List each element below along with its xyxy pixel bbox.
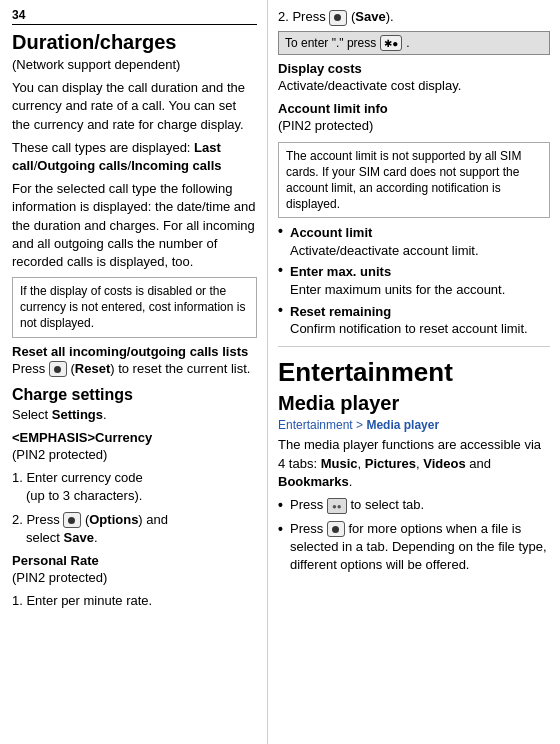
entertainment-heading: Entertainment	[278, 357, 550, 388]
bullet-dot-1: •	[278, 223, 290, 259]
dot-icon-4	[332, 526, 339, 533]
tab-icon[interactable]: ●●	[327, 498, 347, 514]
save-hint-end: .	[406, 36, 409, 50]
dot-icon-2	[68, 517, 75, 524]
charge-heading: Charge settings	[12, 386, 257, 404]
press-text-2: Press for more options when a file is se…	[290, 520, 550, 575]
page-number: 34	[12, 8, 257, 25]
reset-button[interactable]	[49, 361, 67, 377]
bullet-label-2: Enter max. units	[290, 264, 391, 279]
pin2-1: (PIN2 protected)	[12, 446, 257, 464]
press-line-1: • Press ●● to select tab.	[278, 496, 550, 516]
bookmarks-label: Bookmarks	[278, 474, 349, 489]
save-button-right[interactable]	[329, 10, 347, 26]
step1-sub: (up to 3 characters).	[12, 488, 142, 503]
settings-label: Settings	[52, 407, 103, 422]
bullet-dot-2: •	[278, 262, 290, 298]
step1: 1. Enter currency code(up to 3 character…	[12, 469, 257, 505]
press-bullet-2: •	[278, 520, 288, 540]
emphasis-heading: <EMPHASIS>Currency	[12, 430, 257, 445]
bullet-account-limit: • Account limit Activate/deactivate acco…	[278, 224, 550, 259]
save-label-right: Save	[355, 9, 385, 24]
press-line-2: • Press for more options when a file is …	[278, 520, 550, 575]
select-label: Select	[12, 407, 52, 422]
bullet-dot-3: •	[278, 302, 290, 338]
save-hint-text: To enter "." press	[285, 36, 376, 50]
press-bullet-1: •	[278, 496, 288, 516]
reset-label: Reset	[75, 361, 110, 376]
videos-label: Videos	[423, 456, 465, 471]
account-pin2: (PIN2 protected)	[278, 117, 550, 135]
save-hint-box: To enter "." press ✱●.	[278, 31, 550, 55]
para1: You can display the call duration and th…	[12, 79, 257, 134]
para2: These call types are displayed: Last cal…	[12, 139, 257, 175]
bullets-list: • Account limit Activate/deactivate acco…	[278, 224, 550, 337]
star-button[interactable]: ✱●	[380, 35, 402, 51]
step2-options: 2. Press (Options) and select Save.	[12, 511, 257, 547]
subtitle: (Network support dependent)	[12, 56, 257, 74]
account-note-box: The account limit is not supported by al…	[278, 142, 550, 219]
save-bold: Save	[64, 530, 94, 545]
pictures-label: Pictures	[365, 456, 416, 471]
bold-outgoing-calls: Outgoing calls	[37, 158, 127, 173]
bullet-text-2: Enter maximum units for the account.	[290, 282, 505, 297]
reset-heading: Reset all incoming/outgoing calls lists	[12, 344, 257, 359]
charge-select-line: Select Settings.	[12, 406, 257, 424]
step3: 1. Enter per minute rate.	[12, 592, 257, 610]
page: 34 Duration/charges (Network support dep…	[0, 0, 560, 744]
bullet-label-3: Reset remaining	[290, 304, 391, 319]
display-costs-heading: Display costs	[278, 61, 550, 76]
bullet-label-1: Account limit	[290, 225, 372, 240]
media-player-heading: Media player	[278, 392, 550, 415]
dot-icon	[54, 366, 61, 373]
options-button[interactable]	[63, 512, 81, 528]
media-text: The media player functions are accessibl…	[278, 436, 550, 491]
personal-rate-heading: Personal Rate	[12, 553, 257, 568]
nav-media-player: Media player	[366, 418, 439, 432]
step2-select-save: select Save.	[12, 530, 98, 545]
section-divider	[278, 346, 550, 347]
main-heading: Duration/charges	[12, 31, 257, 54]
bullet-reset-remaining: • Reset remaining Confirm notification t…	[278, 303, 550, 338]
bullet-enter-max-units: • Enter max. units Enter maximum units f…	[278, 263, 550, 298]
dot-icon-3	[334, 14, 341, 21]
options-button-2[interactable]	[327, 521, 345, 537]
press-label: Press	[12, 361, 49, 376]
bullet-text-1: Activate/deactivate account limit.	[290, 243, 479, 258]
nav-entertainment: Entertainment	[278, 418, 353, 432]
account-note-text: The account limit is not supported by al…	[286, 149, 521, 212]
note-box-text: If the display of costs is disabled or t…	[20, 284, 245, 330]
nav-path: Entertainment > Media player	[278, 417, 550, 434]
display-costs-text: Activate/deactivate cost display.	[278, 77, 550, 95]
account-limit-heading: Account limit info	[278, 101, 550, 116]
left-column: 34 Duration/charges (Network support dep…	[0, 0, 268, 744]
para3: For the selected call type the following…	[12, 180, 257, 271]
bold-incoming-calls: Incoming calls	[131, 158, 221, 173]
pin2-2: (PIN2 protected)	[12, 569, 257, 587]
bullet-text-3: Confirm notification to reset account li…	[290, 321, 528, 336]
options-label: Options	[89, 512, 138, 527]
music-label: Music	[321, 456, 358, 471]
press-text-1: Press ●● to select tab.	[290, 496, 424, 514]
note-box-costs: If the display of costs is disabled or t…	[12, 277, 257, 338]
right-column: 2. Press (Save). To enter "." press ✱●. …	[268, 0, 560, 744]
reset-text: Press (Reset) to reset the current list.	[12, 360, 257, 378]
step2-save-line: 2. Press (Save).	[278, 8, 550, 26]
